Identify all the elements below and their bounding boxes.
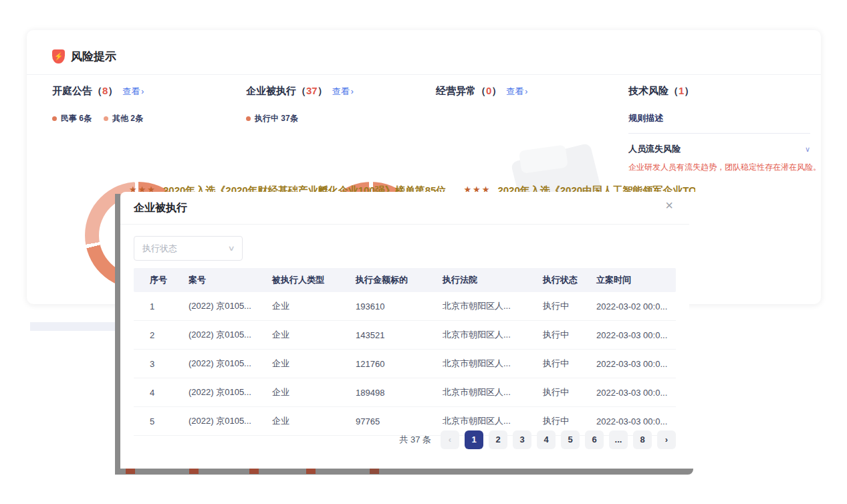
chevron-right-icon: › <box>525 87 527 96</box>
award-text: 2020年入选《2020中国人工智能领军企业TOP50》榜单 <box>497 184 695 192</box>
rule-description-label: 规则描述 <box>628 112 821 124</box>
award-text: 2020年入选《2020年财经基础产业孵化企业100强》榜单第85位 <box>163 184 446 192</box>
page-button-2[interactable]: 2 <box>489 430 507 449</box>
chevron-right-icon: › <box>141 87 144 96</box>
table-header-row: 序号 案号 被执行人类型 执行金额标的 执行法院 执行状态 立案时间 <box>134 268 676 292</box>
screen: ⚡ 风险提示 开庭公告（8）查看› 民事 6条 其他 2条 企业被执行（37）查… <box>0 0 847 504</box>
clipped-bar-fragment <box>189 469 199 474</box>
chevron-right-icon: › <box>351 87 354 96</box>
next-page-button[interactable]: › <box>657 430 676 449</box>
column-title: 开庭公告（8）查看› <box>52 85 144 98</box>
legend-dot-icon <box>52 116 57 121</box>
clipped-bar-fragment <box>370 469 379 474</box>
execution-table: 序号 案号 被执行人类型 执行金额标的 执行法院 执行状态 立案时间 1 (20… <box>134 268 676 436</box>
execution-status-select[interactable]: 执行状态 ∨ <box>134 236 243 261</box>
rule-divider <box>628 133 810 134</box>
legend-dot-icon <box>104 116 108 121</box>
legend: 民事 6条 其他 2条 <box>52 113 144 124</box>
chevron-down-icon[interactable]: ∨ <box>805 145 810 154</box>
risk-shield-icon: ⚡ <box>52 49 65 64</box>
stars-icon: ★★★ <box>463 184 491 192</box>
stars-icon: ★★★ <box>129 184 156 192</box>
page-button-1[interactable]: 1 <box>465 430 483 449</box>
column-enterprise-execution: 企业被执行（37）查看› 执行中 37条 <box>246 85 354 124</box>
view-link[interactable]: 查看› <box>506 86 527 96</box>
page-button-4[interactable]: 4 <box>537 430 556 449</box>
legend-item: 其他 2条 <box>104 113 143 124</box>
legend: 执行中 37条 <box>246 113 354 124</box>
column-court-announcements: 开庭公告（8）查看› 民事 6条 其他 2条 <box>52 85 144 124</box>
clipped-bar-fragment <box>249 469 259 474</box>
pagination-total: 共 37 条 <box>399 434 431 446</box>
table-row[interactable]: 2 (2022) 京0105... 企业 143521 北京市朝阳区人... 执… <box>134 321 676 350</box>
execution-modal: 企业被执行 × 执行状态 ∨ 序号 案号 被执行人类型 执行金额标的 执行法院 … <box>120 192 689 469</box>
table-row[interactable]: 4 (2022) 京0105... 企业 189498 北京市朝阳区人... 执… <box>134 378 676 407</box>
view-link[interactable]: 查看› <box>332 86 354 96</box>
pagination: 共 37 条 ‹ 1 2 3 4 5 6 ... 8 › <box>399 430 676 449</box>
tech-risk-item[interactable]: 人员流失风险 ∨ <box>628 143 810 155</box>
close-icon[interactable]: × <box>661 197 677 213</box>
page-button-5[interactable]: 5 <box>561 430 580 449</box>
column-title: 技术风险（1） <box>628 85 821 98</box>
modal-divider <box>120 224 689 225</box>
risk-card-header: ⚡ 风险提示 <box>52 49 116 64</box>
clipped-section-band <box>30 322 115 331</box>
column-title: 经营异常（0）查看› <box>436 85 527 98</box>
page-title: 风险提示 <box>71 49 116 64</box>
clipped-bar-fragment <box>306 469 316 474</box>
view-link[interactable]: 查看› <box>122 86 144 96</box>
table-row[interactable]: 3 (2022) 京0105... 企业 121760 北京市朝阳区人... 执… <box>134 350 676 378</box>
legend-item: 执行中 37条 <box>246 113 298 124</box>
modal-title: 企业被执行 <box>134 201 187 215</box>
tech-risk-description: 企业研发人员有流失趋势，团队稳定性存在潜在风险。 <box>628 162 821 173</box>
column-tech-risk: 技术风险（1） 规则描述 人员流失风险 ∨ 企业研发人员有流失趋势，团队稳定性存… <box>628 85 821 173</box>
page-ellipsis-button[interactable]: ... <box>609 430 628 449</box>
column-title: 企业被执行（37）查看› <box>246 85 354 98</box>
chevron-down-icon: ∨ <box>227 244 235 253</box>
card-header-divider <box>27 74 821 75</box>
page-button-8[interactable]: 8 <box>633 430 652 449</box>
column-business-abnormal: 经营异常（0）查看› <box>436 85 527 98</box>
clipped-award-strip: ★★★ 2020年入选《2020年财经基础产业孵化企业100强》榜单第85位 ★… <box>129 184 695 192</box>
legend-item: 民事 6条 <box>52 113 92 124</box>
legend-dot-icon <box>246 116 251 121</box>
table-row[interactable]: 1 (2022) 京0105... 企业 193610 北京市朝阳区人... 执… <box>134 292 676 321</box>
page-button-6[interactable]: 6 <box>585 430 604 449</box>
clipped-bar-fragment <box>126 469 135 474</box>
prev-page-button[interactable]: ‹ <box>441 430 459 449</box>
page-button-3[interactable]: 3 <box>513 430 531 449</box>
